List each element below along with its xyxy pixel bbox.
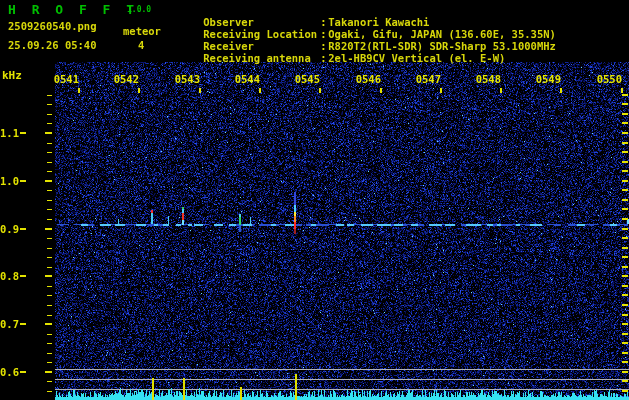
time-tick-label-0550: 0550 — [592, 73, 622, 85]
observation-mode-label: meteor — [123, 26, 161, 38]
time-tick-label-0546: 0546 — [351, 73, 381, 85]
info-row-antenna: Receiving antenna:2el-HB9CV Vertical (el… — [178, 40, 505, 76]
app-title: H R O F F T — [8, 3, 138, 17]
time-tick-label-0543: 0543 — [170, 73, 200, 85]
time-tick-label-0541: 0541 — [49, 73, 79, 85]
info-label: Receiving antenna — [203, 52, 320, 64]
app-version: 1.0.0 — [127, 6, 151, 15]
time-tick-label-0549: 0549 — [531, 73, 561, 85]
freq-tick-label-1.1: 1.1 — [0, 127, 18, 139]
info-value: 2el-HB9CV Vertical (el. E-W) — [328, 52, 505, 64]
freq-tick-label-0.7: 0.7 — [0, 318, 18, 330]
time-tick-label-0542: 0542 — [109, 73, 139, 85]
time-tick-label-0548: 0548 — [471, 73, 501, 85]
output-filename: 2509260540.png — [8, 21, 97, 33]
observation-timestamp: 25.09.26 05:40 — [8, 40, 97, 52]
time-tick-label-0544: 0544 — [230, 73, 260, 85]
freq-tick-label-0.6: 0.6 — [0, 366, 18, 378]
hrofft-output-image: H R O F F T 1.0.0 2509260540.png meteor … — [0, 0, 629, 400]
freq-axis-unit: kHz — [2, 70, 22, 82]
freq-tick-label-0.8: 0.8 — [0, 270, 18, 282]
info-colon: : — [320, 52, 328, 64]
time-tick-label-0545: 0545 — [290, 73, 320, 85]
time-tick-label-0547: 0547 — [411, 73, 441, 85]
freq-tick-label-0.9: 0.9 — [0, 223, 18, 235]
freq-tick-label-1.0: 1.0 — [0, 175, 18, 187]
meteor-count-value: 4 — [138, 40, 144, 52]
